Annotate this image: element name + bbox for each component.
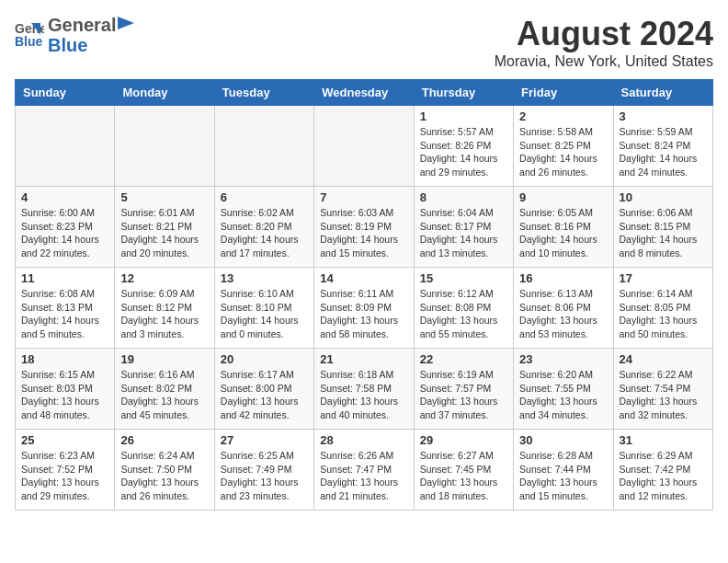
day-info: Sunrise: 5:59 AMSunset: 8:24 PMDaylight:…: [620, 125, 707, 179]
header-day-tuesday: Tuesday: [214, 80, 313, 106]
header-day-thursday: Thursday: [414, 80, 513, 106]
day-number: 6: [221, 190, 308, 204]
calendar-week-row: 18Sunrise: 6:15 AMSunset: 8:03 PMDayligh…: [16, 349, 713, 430]
calendar-day-cell: 29Sunrise: 6:27 AMSunset: 7:45 PMDayligh…: [414, 430, 513, 511]
day-number: 17: [620, 271, 707, 285]
logo: General Blue General Blue: [15, 15, 134, 55]
day-info: Sunrise: 6:12 AMSunset: 8:08 PMDaylight:…: [420, 287, 507, 341]
calendar-day-cell: 21Sunrise: 6:18 AMSunset: 7:58 PMDayligh…: [314, 349, 414, 430]
day-info: Sunrise: 6:03 AMSunset: 8:19 PMDaylight:…: [320, 206, 407, 260]
calendar-day-cell: 3Sunrise: 5:59 AMSunset: 8:24 PMDaylight…: [613, 106, 712, 187]
calendar-day-cell: 30Sunrise: 6:28 AMSunset: 7:44 PMDayligh…: [514, 430, 613, 511]
day-info: Sunrise: 5:57 AMSunset: 8:26 PMDaylight:…: [420, 125, 507, 179]
calendar-day-cell: 27Sunrise: 6:25 AMSunset: 7:49 PMDayligh…: [214, 430, 313, 511]
day-info: Sunrise: 6:02 AMSunset: 8:20 PMDaylight:…: [221, 206, 308, 260]
calendar-day-cell: 20Sunrise: 6:17 AMSunset: 8:00 PMDayligh…: [214, 349, 313, 430]
day-number: 18: [21, 352, 108, 366]
day-number: 2: [519, 109, 607, 123]
day-info: Sunrise: 6:15 AMSunset: 8:03 PMDaylight:…: [21, 368, 108, 422]
svg-marker-3: [118, 17, 134, 29]
calendar-day-cell: 2Sunrise: 5:58 AMSunset: 8:25 PMDaylight…: [514, 106, 613, 187]
day-number: 29: [420, 433, 507, 447]
day-info: Sunrise: 6:23 AMSunset: 7:52 PMDaylight:…: [21, 449, 108, 503]
calendar-day-cell: 8Sunrise: 6:04 AMSunset: 8:17 PMDaylight…: [414, 187, 513, 268]
calendar-day-cell: 14Sunrise: 6:11 AMSunset: 8:09 PMDayligh…: [314, 268, 414, 349]
day-info: Sunrise: 6:09 AMSunset: 8:12 PMDaylight:…: [120, 287, 208, 341]
day-info: Sunrise: 6:01 AMSunset: 8:21 PMDaylight:…: [120, 206, 208, 260]
calendar-day-cell: 15Sunrise: 6:12 AMSunset: 8:08 PMDayligh…: [414, 268, 513, 349]
day-number: 24: [620, 352, 707, 366]
header-day-monday: Monday: [115, 80, 214, 106]
header-day-wednesday: Wednesday: [314, 80, 414, 106]
calendar-day-cell: 16Sunrise: 6:13 AMSunset: 8:06 PMDayligh…: [514, 268, 613, 349]
calendar-day-cell: 4Sunrise: 6:00 AMSunset: 8:23 PMDaylight…: [16, 187, 115, 268]
day-number: 5: [120, 190, 208, 204]
header-day-saturday: Saturday: [613, 80, 712, 106]
day-info: Sunrise: 6:18 AMSunset: 7:58 PMDaylight:…: [320, 368, 407, 422]
day-number: 9: [519, 190, 607, 204]
day-info: Sunrise: 6:08 AMSunset: 8:13 PMDaylight:…: [21, 287, 108, 341]
calendar-table: SundayMondayTuesdayWednesdayThursdayFrid…: [15, 79, 713, 511]
day-number: 31: [620, 433, 707, 447]
day-info: Sunrise: 6:28 AMSunset: 7:44 PMDaylight:…: [519, 449, 607, 503]
day-number: 23: [519, 352, 607, 366]
calendar-week-row: 25Sunrise: 6:23 AMSunset: 7:52 PMDayligh…: [16, 430, 713, 511]
calendar-day-cell: 6Sunrise: 6:02 AMSunset: 8:20 PMDaylight…: [214, 187, 313, 268]
day-number: 8: [420, 190, 507, 204]
day-number: 19: [120, 352, 208, 366]
calendar-day-cell: 5Sunrise: 6:01 AMSunset: 8:21 PMDaylight…: [115, 187, 214, 268]
day-number: 15: [420, 271, 507, 285]
day-number: 3: [620, 109, 707, 123]
calendar-day-cell: 7Sunrise: 6:03 AMSunset: 8:19 PMDaylight…: [314, 187, 414, 268]
calendar-day-cell: 26Sunrise: 6:24 AMSunset: 7:50 PMDayligh…: [115, 430, 214, 511]
day-info: Sunrise: 6:11 AMSunset: 8:09 PMDaylight:…: [320, 287, 407, 341]
day-number: 20: [221, 352, 308, 366]
day-info: Sunrise: 6:25 AMSunset: 7:49 PMDaylight:…: [221, 449, 308, 503]
day-number: 30: [519, 433, 607, 447]
day-info: Sunrise: 6:13 AMSunset: 8:06 PMDaylight:…: [519, 287, 607, 341]
logo-general-text: General: [48, 15, 116, 35]
header-day-sunday: Sunday: [16, 80, 115, 106]
page-header: General Blue General Blue August 2024 Mo…: [15, 15, 713, 70]
calendar-day-cell: [214, 106, 313, 187]
logo-blue-text: Blue: [48, 35, 134, 55]
calendar-day-cell: [115, 106, 214, 187]
calendar-day-cell: 28Sunrise: 6:26 AMSunset: 7:47 PMDayligh…: [314, 430, 414, 511]
day-info: Sunrise: 6:06 AMSunset: 8:15 PMDaylight:…: [620, 206, 707, 260]
day-number: 22: [420, 352, 507, 366]
day-info: Sunrise: 6:14 AMSunset: 8:05 PMDaylight:…: [620, 287, 707, 341]
calendar-day-cell: 10Sunrise: 6:06 AMSunset: 8:15 PMDayligh…: [613, 187, 712, 268]
logo-flag-icon: [118, 17, 134, 29]
location-title: Moravia, New York, United States: [495, 53, 713, 70]
calendar-week-row: 11Sunrise: 6:08 AMSunset: 8:13 PMDayligh…: [16, 268, 713, 349]
calendar-day-cell: 25Sunrise: 6:23 AMSunset: 7:52 PMDayligh…: [16, 430, 115, 511]
day-number: 7: [320, 190, 407, 204]
calendar-day-cell: 1Sunrise: 5:57 AMSunset: 8:26 PMDaylight…: [414, 106, 513, 187]
day-info: Sunrise: 6:05 AMSunset: 8:16 PMDaylight:…: [519, 206, 607, 260]
calendar-day-cell: 11Sunrise: 6:08 AMSunset: 8:13 PMDayligh…: [16, 268, 115, 349]
day-info: Sunrise: 6:29 AMSunset: 7:42 PMDaylight:…: [620, 449, 707, 503]
calendar-day-cell: 9Sunrise: 6:05 AMSunset: 8:16 PMDaylight…: [514, 187, 613, 268]
day-number: 21: [320, 352, 407, 366]
calendar-day-cell: 18Sunrise: 6:15 AMSunset: 8:03 PMDayligh…: [16, 349, 115, 430]
day-number: 16: [519, 271, 607, 285]
calendar-day-cell: 12Sunrise: 6:09 AMSunset: 8:12 PMDayligh…: [115, 268, 214, 349]
calendar-header-row: SundayMondayTuesdayWednesdayThursdayFrid…: [16, 80, 713, 106]
day-number: 25: [21, 433, 108, 447]
day-info: Sunrise: 6:10 AMSunset: 8:10 PMDaylight:…: [221, 287, 308, 341]
calendar-week-row: 4Sunrise: 6:00 AMSunset: 8:23 PMDaylight…: [16, 187, 713, 268]
day-number: 11: [21, 271, 108, 285]
day-info: Sunrise: 6:04 AMSunset: 8:17 PMDaylight:…: [420, 206, 507, 260]
logo-icon: General Blue: [15, 18, 44, 48]
calendar-day-cell: 17Sunrise: 6:14 AMSunset: 8:05 PMDayligh…: [613, 268, 712, 349]
calendar-day-cell: 19Sunrise: 6:16 AMSunset: 8:02 PMDayligh…: [115, 349, 214, 430]
svg-text:Blue: Blue: [15, 34, 43, 48]
day-info: Sunrise: 6:00 AMSunset: 8:23 PMDaylight:…: [21, 206, 108, 260]
day-number: 14: [320, 271, 407, 285]
day-number: 10: [620, 190, 707, 204]
day-info: Sunrise: 6:27 AMSunset: 7:45 PMDaylight:…: [420, 449, 507, 503]
day-info: Sunrise: 6:24 AMSunset: 7:50 PMDaylight:…: [120, 449, 208, 503]
day-info: Sunrise: 6:19 AMSunset: 7:57 PMDaylight:…: [420, 368, 507, 422]
day-info: Sunrise: 6:22 AMSunset: 7:54 PMDaylight:…: [620, 368, 707, 422]
day-info: Sunrise: 6:26 AMSunset: 7:47 PMDaylight:…: [320, 449, 407, 503]
